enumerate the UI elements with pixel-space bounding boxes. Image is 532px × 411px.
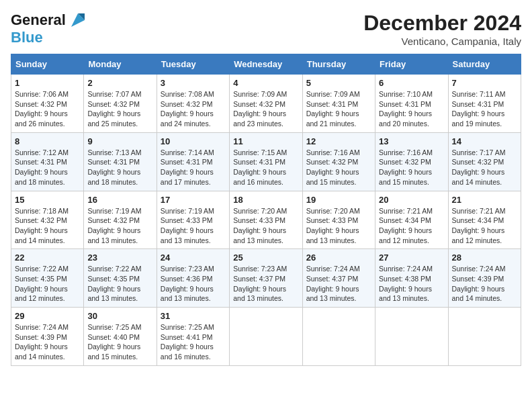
weekday-header: Tuesday	[157, 54, 229, 75]
day-info: Sunrise: 7:08 AMSunset: 4:32 PMDaylight:…	[161, 90, 214, 128]
day-info: Sunrise: 7:11 AMSunset: 4:31 PMDaylight:…	[452, 90, 506, 128]
day-number: 1	[15, 78, 80, 88]
calendar-week-row: 29 Sunrise: 7:24 AMSunset: 4:39 PMDaylig…	[11, 308, 521, 366]
calendar-cell: 3 Sunrise: 7:08 AMSunset: 4:32 PMDayligh…	[157, 75, 229, 133]
calendar-cell: 1 Sunrise: 7:06 AMSunset: 4:32 PMDayligh…	[11, 75, 84, 133]
day-number: 7	[452, 78, 517, 88]
day-number: 9	[87, 136, 152, 146]
calendar-cell: 6 Sunrise: 7:10 AMSunset: 4:31 PMDayligh…	[375, 75, 448, 133]
day-info: Sunrise: 7:07 AMSunset: 4:32 PMDaylight:…	[87, 90, 141, 128]
day-number: 18	[233, 195, 298, 205]
calendar-cell: 28 Sunrise: 7:24 AMSunset: 4:39 PMDaylig…	[448, 249, 521, 308]
calendar-cell: 17 Sunrise: 7:19 AMSunset: 4:33 PMDaylig…	[157, 191, 229, 249]
weekday-header: Saturday	[448, 54, 521, 75]
day-number: 29	[15, 311, 80, 321]
day-number: 15	[15, 195, 80, 205]
day-number: 13	[379, 136, 444, 146]
calendar-week-row: 15 Sunrise: 7:18 AMSunset: 4:32 PMDaylig…	[11, 191, 521, 249]
day-number: 3	[161, 78, 226, 88]
day-info: Sunrise: 7:25 AMSunset: 4:40 PMDaylight:…	[87, 323, 141, 361]
calendar-cell: 2 Sunrise: 7:07 AMSunset: 4:32 PMDayligh…	[84, 75, 157, 133]
day-info: Sunrise: 7:09 AMSunset: 4:31 PMDaylight:…	[306, 90, 360, 128]
day-info: Sunrise: 7:25 AMSunset: 4:41 PMDaylight:…	[161, 323, 214, 361]
day-info: Sunrise: 7:21 AMSunset: 4:34 PMDaylight:…	[452, 207, 506, 244]
calendar-cell: 12 Sunrise: 7:16 AMSunset: 4:32 PMDaylig…	[302, 132, 375, 191]
weekday-header-row: SundayMondayTuesdayWednesdayThursdayFrid…	[11, 54, 521, 75]
day-number: 19	[306, 195, 371, 205]
day-number: 4	[233, 78, 298, 88]
day-info: Sunrise: 7:23 AMSunset: 4:37 PMDaylight:…	[233, 265, 287, 302]
calendar-cell: 20 Sunrise: 7:21 AMSunset: 4:34 PMDaylig…	[375, 191, 448, 249]
day-info: Sunrise: 7:10 AMSunset: 4:31 PMDaylight:…	[379, 90, 433, 128]
day-info: Sunrise: 7:06 AMSunset: 4:32 PMDaylight:…	[15, 90, 69, 128]
calendar-week-row: 1 Sunrise: 7:06 AMSunset: 4:32 PMDayligh…	[11, 75, 521, 133]
day-number: 23	[87, 253, 152, 263]
calendar-cell: 15 Sunrise: 7:18 AMSunset: 4:32 PMDaylig…	[11, 191, 84, 249]
day-info: Sunrise: 7:24 AMSunset: 4:39 PMDaylight:…	[15, 323, 69, 361]
day-number: 12	[306, 136, 371, 146]
calendar-table: SundayMondayTuesdayWednesdayThursdayFrid…	[11, 54, 521, 366]
weekday-header: Wednesday	[230, 54, 302, 75]
day-info: Sunrise: 7:13 AMSunset: 4:31 PMDaylight:…	[87, 148, 141, 186]
title-area: December 2024 Venticano, Campania, Italy	[363, 11, 521, 47]
day-info: Sunrise: 7:21 AMSunset: 4:34 PMDaylight:…	[379, 207, 433, 244]
calendar-cell	[230, 308, 302, 366]
calendar-cell: 5 Sunrise: 7:09 AMSunset: 4:31 PMDayligh…	[302, 75, 375, 133]
logo-text: General	[11, 12, 66, 28]
day-info: Sunrise: 7:16 AMSunset: 4:32 PMDaylight:…	[306, 148, 360, 186]
day-info: Sunrise: 7:12 AMSunset: 4:31 PMDaylight:…	[15, 148, 69, 186]
day-info: Sunrise: 7:20 AMSunset: 4:33 PMDaylight:…	[233, 207, 287, 244]
calendar-cell: 22 Sunrise: 7:22 AMSunset: 4:35 PMDaylig…	[11, 249, 84, 308]
day-number: 26	[306, 253, 371, 263]
month-title: December 2024	[363, 11, 521, 36]
day-info: Sunrise: 7:24 AMSunset: 4:39 PMDaylight:…	[452, 265, 506, 302]
calendar-cell: 11 Sunrise: 7:15 AMSunset: 4:31 PMDaylig…	[230, 132, 302, 191]
day-number: 8	[15, 136, 80, 146]
day-info: Sunrise: 7:18 AMSunset: 4:32 PMDaylight:…	[15, 207, 69, 244]
calendar-cell: 25 Sunrise: 7:23 AMSunset: 4:37 PMDaylig…	[230, 249, 302, 308]
calendar-cell: 27 Sunrise: 7:24 AMSunset: 4:38 PMDaylig…	[375, 249, 448, 308]
calendar-cell: 26 Sunrise: 7:24 AMSunset: 4:37 PMDaylig…	[302, 249, 375, 308]
location-title: Venticano, Campania, Italy	[363, 36, 521, 47]
day-number: 25	[233, 253, 298, 263]
day-number: 31	[161, 311, 226, 321]
day-number: 5	[306, 78, 371, 88]
day-info: Sunrise: 7:22 AMSunset: 4:35 PMDaylight:…	[87, 265, 141, 302]
day-number: 2	[87, 78, 152, 88]
day-number: 14	[452, 136, 517, 146]
calendar-cell: 13 Sunrise: 7:16 AMSunset: 4:32 PMDaylig…	[375, 132, 448, 191]
day-number: 20	[379, 195, 444, 205]
day-number: 17	[161, 195, 226, 205]
calendar-cell: 23 Sunrise: 7:22 AMSunset: 4:35 PMDaylig…	[84, 249, 157, 308]
calendar-cell: 16 Sunrise: 7:19 AMSunset: 4:32 PMDaylig…	[84, 191, 157, 249]
day-number: 28	[452, 253, 517, 263]
day-number: 30	[87, 311, 152, 321]
day-number: 10	[161, 136, 226, 146]
calendar-cell: 9 Sunrise: 7:13 AMSunset: 4:31 PMDayligh…	[84, 132, 157, 191]
day-info: Sunrise: 7:19 AMSunset: 4:32 PMDaylight:…	[87, 207, 141, 244]
day-info: Sunrise: 7:09 AMSunset: 4:32 PMDaylight:…	[233, 90, 287, 128]
calendar-week-row: 22 Sunrise: 7:22 AMSunset: 4:35 PMDaylig…	[11, 249, 521, 308]
calendar-cell: 31 Sunrise: 7:25 AMSunset: 4:41 PMDaylig…	[157, 308, 229, 366]
day-info: Sunrise: 7:22 AMSunset: 4:35 PMDaylight:…	[15, 265, 69, 302]
day-number: 16	[87, 195, 152, 205]
day-info: Sunrise: 7:15 AMSunset: 4:31 PMDaylight:…	[233, 148, 287, 186]
calendar-cell: 18 Sunrise: 7:20 AMSunset: 4:33 PMDaylig…	[230, 191, 302, 249]
calendar-cell: 8 Sunrise: 7:12 AMSunset: 4:31 PMDayligh…	[11, 132, 84, 191]
calendar-cell: 10 Sunrise: 7:14 AMSunset: 4:31 PMDaylig…	[157, 132, 229, 191]
day-number: 21	[452, 195, 517, 205]
calendar-cell: 29 Sunrise: 7:24 AMSunset: 4:39 PMDaylig…	[11, 308, 84, 366]
logo-icon	[69, 11, 87, 30]
day-number: 6	[379, 78, 444, 88]
calendar-cell	[448, 308, 521, 366]
day-info: Sunrise: 7:24 AMSunset: 4:38 PMDaylight:…	[379, 265, 433, 302]
day-number: 22	[15, 253, 80, 263]
day-number: 11	[233, 136, 298, 146]
calendar-cell: 14 Sunrise: 7:17 AMSunset: 4:32 PMDaylig…	[448, 132, 521, 191]
weekday-header: Monday	[84, 54, 157, 75]
day-info: Sunrise: 7:20 AMSunset: 4:33 PMDaylight:…	[306, 207, 360, 244]
day-info: Sunrise: 7:16 AMSunset: 4:32 PMDaylight:…	[379, 148, 433, 186]
day-number: 24	[161, 253, 226, 263]
calendar-cell: 4 Sunrise: 7:09 AMSunset: 4:32 PMDayligh…	[230, 75, 302, 133]
calendar-cell	[375, 308, 448, 366]
